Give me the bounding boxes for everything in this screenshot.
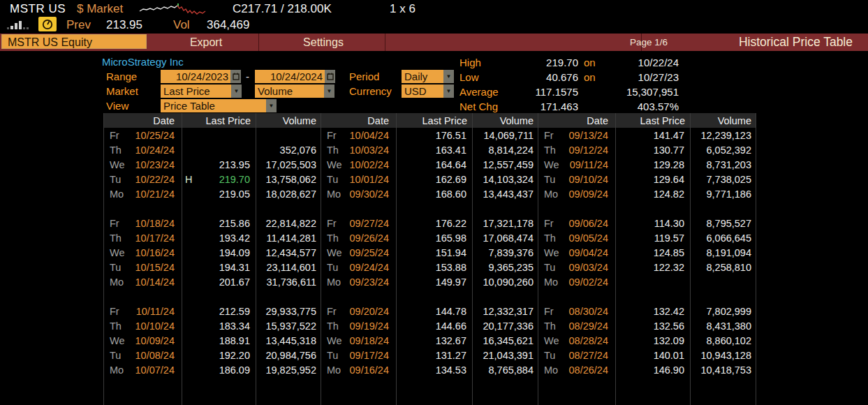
date-value: 10/16/24 [135, 247, 175, 258]
volume-value: 11,414,281 [267, 233, 317, 244]
chevron-down-icon[interactable]: ▼ [266, 99, 277, 112]
last-price-value: 194.31 [219, 262, 250, 273]
volume-bars-icon [7, 20, 38, 29]
column-header-volume: Volume [256, 113, 321, 128]
table-row[interactable]: Mo10/21/24219.0518,028,627Mo09/30/24168.… [104, 186, 756, 201]
period-dropdown[interactable]: Daily ▼ [402, 70, 454, 83]
volume-cell: 12,239,123 [691, 128, 756, 142]
weekday-label: We [544, 247, 559, 258]
table-row[interactable]: Th10/24/24352,076Th10/03/24163.418,814,2… [104, 142, 756, 157]
date-cell: We09/11/24 [538, 157, 616, 172]
table-row[interactable]: Th10/17/24193.4211,414,281Th09/26/24165.… [104, 230, 756, 245]
volume-value: 10,943,128 [700, 350, 751, 361]
volume-cell: 12,332,317 [473, 304, 538, 318]
date-cell [538, 201, 616, 216]
chevron-down-icon[interactable]: ▼ [443, 84, 454, 98]
range-end-date-field[interactable]: 10/24/2024 [255, 70, 335, 83]
last-price-value: 212.59 [219, 306, 250, 317]
table-row[interactable]: We10/09/24188.9113,445,318We09/18/24132.… [104, 333, 756, 348]
table-row[interactable]: Tu10/15/24194.3123,114,601Tu09/24/24153.… [104, 260, 756, 274]
weekday-label: We [327, 247, 342, 258]
column-header-last-price: Last Price [616, 113, 691, 128]
weekday-label: Mo [110, 189, 124, 200]
chevron-down-icon[interactable]: ▼ [443, 70, 454, 83]
range-end-value: 10/24/2024 [255, 70, 325, 83]
chevron-down-icon[interactable]: ▼ [231, 84, 242, 98]
table-row[interactable]: Th10/10/24183.3415,937,522Th09/19/24144.… [104, 318, 756, 333]
table-row[interactable]: Fr10/25/24Fr10/04/24176.5114,069,711Fr09… [104, 128, 756, 142]
date-cell: Tu10/15/24 [104, 260, 182, 274]
range-start-date-field[interactable]: 10/24/2023 [161, 70, 241, 83]
last-price-cell [616, 274, 691, 289]
security-ticker-input[interactable]: MSTR US Equity [1, 34, 147, 49]
date-value: 10/02/24 [350, 159, 389, 170]
last-price-cell: 163.41 [397, 142, 473, 157]
market-field2-dropdown[interactable]: Volume ▼ [255, 84, 334, 98]
currency-dropdown[interactable]: USD ▼ [402, 84, 454, 98]
volume-cell: 9,365,235 [473, 260, 538, 274]
last-price-cell: 168.60 [397, 186, 473, 201]
column-header-date: Date [104, 113, 182, 128]
volume-value: 19,825,952 [265, 364, 316, 376]
volume-cell [473, 201, 538, 216]
chevron-down-icon[interactable]: ▼ [324, 84, 334, 98]
date-cell: Mo10/21/24 [104, 186, 182, 201]
last-price-value: 165.98 [436, 233, 466, 244]
date-cell: We09/18/24 [321, 333, 397, 348]
volume-cell [256, 201, 321, 216]
weekday-label: Tu [544, 262, 555, 273]
date-value: 09/19/24 [350, 321, 389, 332]
volume-value: 20,984,756 [265, 350, 316, 361]
table-row[interactable]: Tu10/08/24192.2020,984,756Tu09/17/24131.… [104, 348, 756, 362]
table-row[interactable]: We10/23/24213.9517,025,503We10/02/24164.… [104, 157, 756, 172]
last-price-value: 186.09 [219, 364, 250, 376]
weekday-label: Th [544, 145, 556, 156]
filler-cell [691, 377, 756, 405]
date-value: 10/01/24 [350, 174, 389, 185]
volume-value: 21,043,391 [483, 350, 534, 361]
last-price-value: 134.53 [436, 364, 466, 376]
weekday-label: We [110, 247, 125, 258]
date-cell: Fr10/18/24 [104, 216, 182, 230]
column-header-volume: Volume [691, 113, 756, 128]
last-price-value: 176.51 [436, 130, 466, 141]
last-price-cell: 114.30 [616, 216, 691, 230]
volume-value: 31,736,611 [267, 277, 317, 288]
last-price-cell: H219.70 [182, 172, 256, 186]
market-field1-dropdown[interactable]: Last Price ▼ [161, 84, 242, 98]
export-button[interactable]: Export [168, 34, 244, 51]
volume-value: 14,103,324 [483, 174, 534, 185]
date-cell: Th10/03/24 [321, 142, 397, 157]
date-value: 09/30/24 [350, 189, 389, 200]
table-row[interactable]: Mo10/07/24186.0919,825,952Mo09/16/24134.… [104, 362, 756, 377]
date-cell: Th09/12/24 [538, 142, 616, 157]
last-price-cell: 219.05 [182, 186, 256, 201]
table-row[interactable]: Fr10/18/24215.8622,814,822Fr09/27/24176.… [104, 216, 756, 230]
table-row[interactable] [104, 289, 756, 304]
table-row[interactable]: Tu10/22/24H219.7013,758,062Tu10/01/24162… [104, 172, 756, 186]
date-value: 09/13/24 [569, 130, 608, 141]
calendar-icon[interactable] [325, 70, 335, 83]
volume-cell: 20,984,756 [256, 348, 321, 362]
date-value: 09/06/24 [569, 218, 608, 229]
function-title: Historical Price Table [739, 35, 853, 50]
last-price-cell: 164.64 [397, 157, 473, 172]
table-row[interactable]: We10/16/24194.0912,434,577We09/25/24151.… [104, 245, 756, 260]
volume-cell [691, 274, 756, 289]
last-price-cell: 193.42 [182, 230, 256, 245]
calendar-icon[interactable] [230, 70, 241, 83]
settings-button[interactable]: Settings [285, 34, 362, 51]
weekday-label: Th [327, 145, 339, 156]
volume-value: 13,445,318 [265, 335, 316, 346]
view-dropdown[interactable]: Price Table ▼ [161, 99, 277, 112]
volume-cell: 13,758,062 [256, 172, 321, 186]
table-row[interactable] [104, 201, 756, 216]
volume-value: 8,191,094 [706, 247, 751, 258]
volume-cell: 8,795,527 [691, 216, 756, 230]
volume-value: 8,814,224 [488, 145, 534, 156]
gauge-icon[interactable] [38, 17, 57, 31]
date-value: 10/21/24 [135, 189, 175, 200]
table-row[interactable]: Fr10/11/24212.5929,933,775Fr09/20/24144.… [104, 304, 756, 318]
low-on: on [584, 71, 596, 83]
table-row[interactable]: Mo10/14/24201.6731,736,611Mo09/23/24149.… [104, 274, 756, 289]
